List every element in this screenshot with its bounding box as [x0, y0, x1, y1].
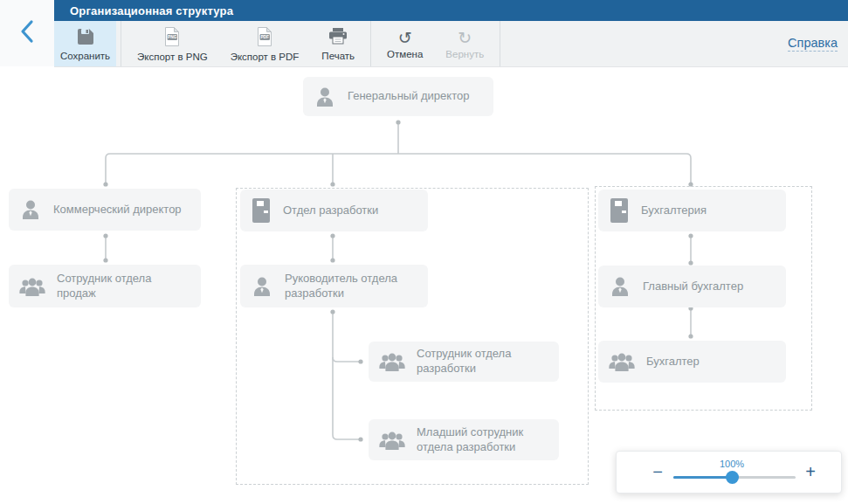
- node-label: Коммерческий директор: [53, 203, 182, 217]
- node-chief-accountant[interactable]: Главный бухгалтер: [598, 266, 786, 307]
- people-group-icon: [19, 277, 45, 296]
- node-label: Бухгалтерия: [641, 204, 707, 218]
- department-icon: [251, 197, 272, 224]
- help-link[interactable]: Справка: [788, 36, 838, 52]
- zoom-out-button[interactable]: −: [645, 452, 670, 493]
- redo-button[interactable]: ↻ Вернуть: [434, 21, 495, 66]
- export-pdf-button[interactable]: PDF Экспорт в PDF: [219, 21, 311, 66]
- save-button[interactable]: Сохранить: [54, 21, 116, 66]
- title-bar: Организационная структура: [54, 0, 848, 21]
- department-icon: [609, 197, 630, 224]
- print-button[interactable]: Печать: [310, 21, 366, 66]
- node-accounting-department[interactable]: Бухгалтерия: [598, 190, 786, 231]
- chevron-left-icon: [17, 18, 37, 48]
- node-commercial-director[interactable]: Коммерческий директор: [9, 189, 201, 231]
- print-label: Печать: [321, 51, 355, 61]
- node-label: Младший сотрудник отдела разработки: [417, 425, 548, 455]
- node-label: Руководитель отдела разработки: [285, 272, 417, 301]
- undo-label: Отмена: [387, 49, 423, 59]
- zoom-in-button[interactable]: +: [798, 452, 823, 493]
- person-icon: [19, 198, 42, 221]
- people-group-icon: [379, 431, 405, 450]
- node-label: Главный бухгалтер: [643, 280, 743, 294]
- node-label: Бухгалтер: [646, 355, 700, 369]
- node-sales-employee[interactable]: Сотрудник отдела продаж: [9, 265, 201, 307]
- node-general-director[interactable]: Генеральный директор: [303, 77, 493, 116]
- toolbar-separator: [121, 21, 121, 66]
- node-label: Генеральный директор: [348, 89, 469, 104]
- export-png-button[interactable]: PNG Экспорт в PNG: [126, 21, 219, 66]
- person-icon: [251, 275, 273, 298]
- toolbar-separator: [370, 21, 371, 66]
- svg-text:PDF: PDF: [260, 35, 269, 39]
- node-label: Отдел разработки: [283, 204, 378, 218]
- export-pdf-label: Экспорт в PDF: [231, 52, 300, 62]
- toolbar: Сохранить PNG Экспорт в PNG PDF: [54, 21, 848, 67]
- file-pdf-icon: PDF: [255, 26, 274, 49]
- file-png-icon: PNG: [162, 26, 182, 49]
- node-development-employee[interactable]: Сотрудник отдела разработки: [369, 342, 559, 382]
- people-group-icon: [379, 352, 405, 371]
- undo-button[interactable]: ↺ Отмена: [376, 21, 434, 66]
- node-label: Сотрудник отдела продаж: [57, 272, 190, 301]
- zoom-slider-thumb[interactable]: [726, 471, 739, 484]
- person-icon: [314, 86, 336, 108]
- person-icon: [609, 275, 631, 298]
- node-development-department[interactable]: Отдел разработки: [240, 190, 428, 231]
- printer-icon: [327, 27, 348, 48]
- people-group-icon: [609, 352, 635, 371]
- node-accountant[interactable]: Бухгалтер: [598, 341, 786, 383]
- redo-label: Вернуть: [445, 49, 484, 59]
- back-button[interactable]: [0, 0, 54, 66]
- toolbar-separator: [500, 21, 500, 66]
- redo-icon: ↻: [458, 29, 472, 46]
- zoom-slider-fill: [673, 476, 732, 479]
- undo-icon: ↺: [398, 29, 412, 46]
- node-label: Сотрудник отдела разработки: [417, 347, 548, 376]
- node-junior-development-employee[interactable]: Младший сотрудник отдела разработки: [369, 419, 559, 460]
- zoom-slider-track[interactable]: [673, 476, 796, 479]
- export-png-label: Экспорт в PNG: [137, 52, 208, 62]
- page-title: Организационная структура: [54, 4, 233, 17]
- zoom-control: − 100% +: [616, 451, 842, 494]
- save-label: Сохранить: [60, 51, 110, 61]
- svg-text:PNG: PNG: [168, 35, 177, 39]
- node-development-lead[interactable]: Руководитель отдела разработки: [240, 265, 428, 307]
- org-structure-editor: Организационная структура Сохранить PNG: [0, 0, 848, 504]
- save-icon: [76, 27, 95, 48]
- zoom-level-label: 100%: [720, 459, 744, 469]
